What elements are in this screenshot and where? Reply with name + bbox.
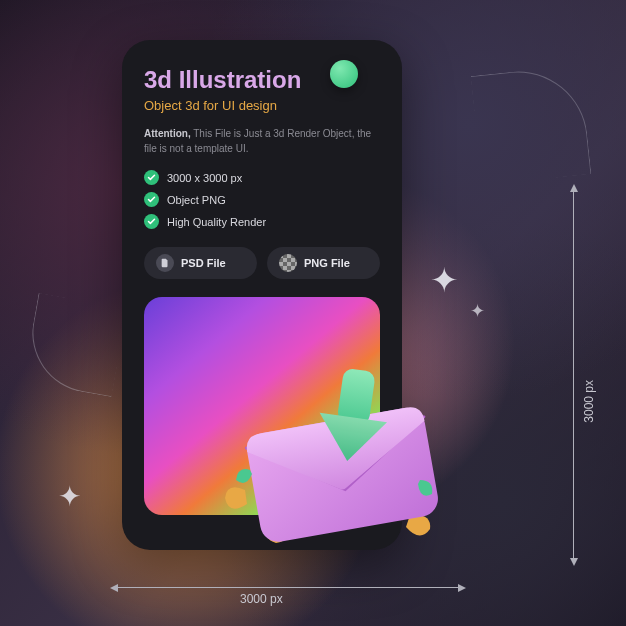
feature-label: High Quality Render <box>167 216 266 228</box>
feature-item: High Quality Render <box>144 214 380 229</box>
arrowhead-icon <box>570 184 578 192</box>
check-icon <box>144 192 159 207</box>
file-icon <box>156 254 174 272</box>
attention-note: Attention, This File is Just a 3d Render… <box>144 127 380 156</box>
transparency-icon <box>279 254 297 272</box>
width-dimension-line <box>116 587 460 588</box>
check-icon <box>144 214 159 229</box>
decorative-curve-right <box>471 65 592 186</box>
envelope-download-illustration <box>210 340 470 560</box>
sparkle-icon: ✦ <box>58 480 81 513</box>
width-label: 3000 px <box>240 592 283 606</box>
file-buttons-row: PSD File PNG File <box>144 247 380 279</box>
arrowhead-icon <box>110 584 118 592</box>
png-label: PNG File <box>304 257 350 269</box>
feature-list: 3000 x 3000 px Object PNG High Quality R… <box>144 170 380 229</box>
decorative-curve-left <box>23 293 127 397</box>
arrowhead-icon <box>458 584 466 592</box>
feature-item: 3000 x 3000 px <box>144 170 380 185</box>
arrowhead-icon <box>570 558 578 566</box>
card-subtitle: Object 3d for UI design <box>144 98 380 113</box>
sparkle-icon: ✦ <box>470 300 485 322</box>
height-dimension-line <box>573 190 574 560</box>
attention-label: Attention, <box>144 128 191 139</box>
feature-label: Object PNG <box>167 194 226 206</box>
png-file-button[interactable]: PNG File <box>267 247 380 279</box>
feature-label: 3000 x 3000 px <box>167 172 242 184</box>
height-label: 3000 px <box>582 380 596 423</box>
check-icon <box>144 170 159 185</box>
accent-dot-icon <box>330 60 358 88</box>
feature-item: Object PNG <box>144 192 380 207</box>
psd-label: PSD File <box>181 257 226 269</box>
psd-file-button[interactable]: PSD File <box>144 247 257 279</box>
sparkle-icon: ✦ <box>430 260 458 300</box>
